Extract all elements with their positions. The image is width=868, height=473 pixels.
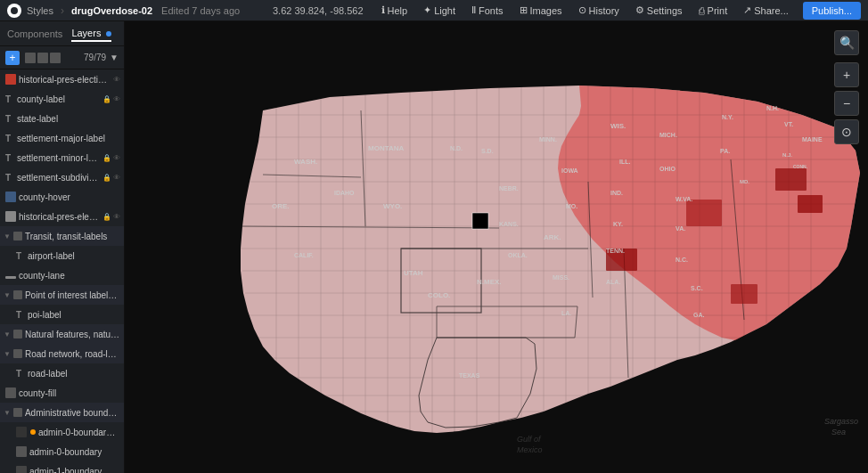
layer-controls: + 79/79 ▼ <box>0 46 124 69</box>
layer-group-l12[interactable]: ▼Point of interest labels, pol-la... <box>0 285 124 305</box>
zoom-in-button[interactable]: + <box>834 62 859 87</box>
print-button[interactable]: ⎙ Print <box>693 2 733 20</box>
layer-item-l11[interactable]: county-lane <box>0 265 124 285</box>
lock-icon[interactable]: 🔒 <box>102 95 111 103</box>
add-layer-button[interactable]: + <box>5 51 20 65</box>
layer-group-l9[interactable]: ▼Transit, transit-labels <box>0 226 124 246</box>
layer-item-l1[interactable]: historical-pres-elections-state👁 <box>0 69 124 89</box>
text-type-indicator: T <box>16 251 25 261</box>
share-icon: ↗ <box>743 4 751 16</box>
reset-bearing-button[interactable]: ⊙ <box>834 119 859 144</box>
svg-text:ILL.: ILL. <box>619 159 630 165</box>
layer-item-l7[interactable]: county-hover <box>0 187 124 207</box>
tab-layers[interactable]: Layers <box>71 26 111 42</box>
layer-item-l2[interactable]: Tcounty-label🔒👁 <box>0 89 124 109</box>
light-icon: ✦ <box>423 4 431 16</box>
svg-text:WYO.: WYO. <box>383 202 402 210</box>
layer-item-l5[interactable]: Tsettlement-minor-label🔒👁 <box>0 148 124 167</box>
svg-text:VA.: VA. <box>676 225 685 232</box>
vis-icon-2[interactable] <box>37 53 48 63</box>
fonts-button[interactable]: Ⅱ Fonts <box>466 2 509 20</box>
map-controls: 🔍 + − ⊙ <box>834 30 859 144</box>
visibility-icon[interactable]: 👁 <box>113 174 120 182</box>
layer-item-l17[interactable]: county-fill <box>0 383 124 403</box>
svg-text:TENN.: TENN. <box>606 248 625 254</box>
layer-color-swatch <box>5 276 16 279</box>
visibility-icon[interactable]: 👁 <box>113 213 120 221</box>
layer-group-name: Natural features, natural-labels <box>25 330 120 339</box>
chevron-icon: ▼ <box>4 232 11 241</box>
svg-text:MO.: MO. <box>566 203 577 209</box>
layer-action-icons: 🔒👁 <box>102 154 120 162</box>
svg-text:OHIO: OHIO <box>659 166 676 172</box>
visibility-icon[interactable]: 👁 <box>113 76 120 84</box>
style-label[interactable]: Styles <box>27 5 53 16</box>
text-type-indicator: T <box>16 369 25 379</box>
chevron-icon: ▼ <box>4 409 11 417</box>
layer-item-l6[interactable]: Tsettlement-subdivision-l...🔒👁 <box>0 167 124 187</box>
svg-text:LA.: LA. <box>561 310 571 316</box>
layer-item-l13[interactable]: Tpoi-label <box>0 305 124 324</box>
svg-text:N.J.: N.J. <box>782 152 792 158</box>
lock-icon[interactable]: 🔒 <box>102 174 111 182</box>
help-icon: ℹ <box>381 4 385 16</box>
svg-text:NEBR.: NEBR. <box>499 185 519 192</box>
svg-text:MONTANA: MONTANA <box>368 144 405 152</box>
layer-item-l16[interactable]: Troad-label <box>0 363 124 383</box>
breadcrumb-separator: › <box>61 4 64 17</box>
svg-text:IND.: IND. <box>610 190 623 196</box>
layer-item-l3[interactable]: Tstate-label <box>0 109 124 128</box>
search-button[interactable]: 🔍 <box>834 30 859 55</box>
layer-item-name: historical-pres-elections-state <box>19 75 111 85</box>
share-button[interactable]: ↗ Share... <box>738 2 794 20</box>
zoom-out-button[interactable]: − <box>834 91 859 116</box>
visibility-icon[interactable]: 👁 <box>113 154 120 162</box>
layer-item-l20[interactable]: admin-0-boundary <box>0 442 124 461</box>
svg-text:CONN.: CONN. <box>793 164 808 169</box>
vis-icon-1[interactable] <box>25 53 36 63</box>
print-icon: ⎙ <box>699 5 705 16</box>
tab-components[interactable]: Components <box>7 27 62 41</box>
layer-item-l19[interactable]: admin-0-boundary-... <box>0 422 124 442</box>
filter-icon[interactable]: ▼ <box>110 53 119 62</box>
light-button[interactable]: ✦ Light <box>418 2 461 20</box>
chevron-icon: ▼ <box>4 291 11 299</box>
lock-icon[interactable]: 🔒 <box>102 154 111 162</box>
usa-map-svg: WASH. ORE. CALIF. IDAHO MONTANA WYO. UTA… <box>125 21 868 473</box>
topbar: Styles › drugOverdose-02 Edited 7 days a… <box>0 0 868 21</box>
layer-action-icons: 🔒👁 <box>102 95 120 103</box>
layer-item-l8[interactable]: historical-pres-elections-...🔒👁 <box>0 207 124 226</box>
layer-group-l14[interactable]: ▼Natural features, natural-labels <box>0 324 124 344</box>
svg-text:KY.: KY. <box>613 221 623 227</box>
svg-text:ARK.: ARK. <box>544 233 561 241</box>
svg-text:S.C.: S.C. <box>691 285 703 291</box>
layer-color-swatch <box>5 387 16 398</box>
history-button[interactable]: ⊙ History <box>573 2 625 20</box>
layer-item-l21[interactable]: admin-1-boundary <box>0 461 124 473</box>
layer-item-name: poi-label <box>28 310 118 320</box>
layer-group-l18[interactable]: ▼Administrative boundaries, ad... <box>0 403 124 422</box>
layer-group-l15[interactable]: ▼Road network, road-labels <box>0 344 124 363</box>
layer-item-l4[interactable]: Tsettlement-major-label <box>0 128 124 148</box>
svg-text:S.D.: S.D. <box>481 148 494 154</box>
lock-icon[interactable]: 🔒 <box>102 213 111 221</box>
group-icon <box>13 330 22 338</box>
layers-dot <box>106 31 111 37</box>
layer-item-name: county-label <box>17 94 100 104</box>
settings-button[interactable]: ⚙ Settings <box>630 2 688 20</box>
svg-text:CALIF.: CALIF. <box>294 252 314 258</box>
help-button[interactable]: ℹ Help <box>376 2 414 20</box>
sidebar-tabs: Components Layers <box>0 21 124 46</box>
publish-button[interactable]: Publish... <box>803 2 861 20</box>
map-area[interactable]: WASH. ORE. CALIF. IDAHO MONTANA WYO. UTA… <box>125 21 868 473</box>
svg-text:WIS.: WIS. <box>610 122 626 130</box>
svg-rect-51 <box>686 200 722 226</box>
layer-item-l10[interactable]: Tairport-label <box>0 246 124 265</box>
text-type-indicator: T <box>16 310 25 320</box>
visibility-icon[interactable]: 👁 <box>113 95 120 103</box>
svg-text:N.H.: N.H. <box>766 105 779 111</box>
images-button[interactable]: ⊞ Images <box>514 2 568 20</box>
text-type-indicator: T <box>5 94 14 104</box>
vis-icon-3[interactable] <box>50 53 61 63</box>
svg-text:N.MEX.: N.MEX. <box>477 278 502 286</box>
